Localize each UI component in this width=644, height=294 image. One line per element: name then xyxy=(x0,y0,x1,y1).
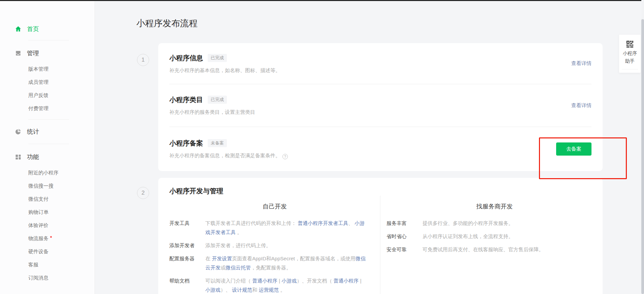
status-badge-completed: 已完成 xyxy=(208,54,227,62)
inline-link[interactable]: 设计规范 xyxy=(232,287,252,293)
sidebar-item-label: 版本管理 xyxy=(28,66,48,72)
inline-link[interactable]: 微信云托管 xyxy=(226,265,251,270)
sidebar-group-label: 管理 xyxy=(27,49,39,57)
text-segment: 从小程序认证到发布上线，全流程支持。 xyxy=(422,233,513,239)
scrollbar-track[interactable] xyxy=(641,0,644,294)
divider xyxy=(28,119,69,120)
release-process-card: 小程序信息已完成 补充小程序的基本信息，如名称、图标、描述等。 查看详情 小程序… xyxy=(158,43,603,171)
view-details-link[interactable]: 查看详情 xyxy=(571,60,591,67)
sidebar-item-hardware-devices[interactable]: 硬件设备 xyxy=(0,245,95,258)
sidebar-item-label: 硬件设备 xyxy=(28,249,48,255)
row-miniprogram-icp-filing: 小程序备案未备案 补充小程序的备案信息，检测是否满足备案条件。? 去备案 xyxy=(169,127,591,171)
sidebar-item-trial-review[interactable]: 体验评价 xyxy=(0,219,95,232)
row-title: 小程序类目 xyxy=(169,96,203,103)
sidebar-item-wechat-search[interactable]: 微信搜一搜 xyxy=(0,179,95,193)
row-title: 小程序备案 xyxy=(169,139,203,147)
text-segment: 添加开发者，进行代码上传。 xyxy=(205,242,271,248)
text-segment: 或 xyxy=(221,265,226,270)
row-content: 添加开发者，进行代码上传。 xyxy=(205,241,380,250)
text-segment: 在 xyxy=(205,256,212,261)
sidebar-item-user-feedback[interactable]: 用户反馈 xyxy=(0,89,95,102)
inline-link[interactable]: 普通小程序 xyxy=(252,278,277,284)
page-title: 小程序发布流程 xyxy=(136,18,198,29)
miniprogram-assistant-widget[interactable]: 小程序 助手 xyxy=(619,35,641,73)
dev-card-title: 小程序开发与管理 xyxy=(169,187,603,196)
inline-link[interactable]: 普通小程序 xyxy=(334,278,359,284)
sidebar-item-nearby-miniprograms[interactable]: 附近的小程序 xyxy=(0,166,95,179)
row-content: 在 开发设置页面查看AppID和AppSecret，配置服务器域名，或使用微信云… xyxy=(205,254,380,272)
sidebar-group-features[interactable]: 功能 xyxy=(0,150,95,164)
development-management-card: 小程序开发与管理 自己开发 开发工具 下载开发者工具进行代码的开发和上传： 普通… xyxy=(158,178,603,294)
row-content: 可以阅读入门介绍（ 普通小程序 | 小游戏）、开发文档（ 普通小程序 | 小游戏… xyxy=(205,276,380,294)
row-label: 安全可靠 xyxy=(386,245,417,254)
sidebar-item-wechat-pay[interactable]: 微信支付 xyxy=(0,193,95,206)
text-segment: ）、开发文档（ xyxy=(297,278,333,284)
sidebar-item-label: 微信搜一搜 xyxy=(28,183,54,189)
inline-link[interactable]: 运营规范 xyxy=(259,287,279,293)
inline-link[interactable]: 小游戏 xyxy=(205,287,221,293)
dev-row-add-developer: 添加开发者 添加开发者，进行代码上传。 xyxy=(169,241,380,250)
vendor-development-column: 找服务商开发 服务丰富 提供多行业、多功能的小程序开发服务。 省时省心 从小程序… xyxy=(380,196,603,294)
row-miniprogram-info: 小程序信息已完成 补充小程序的基本信息，如名称、图标、描述等。 查看详情 xyxy=(169,43,591,84)
column-header: 找服务商开发 xyxy=(386,202,603,210)
scrollbar-thumb[interactable] xyxy=(641,19,644,294)
text-segment: 可以阅读入门介绍（ xyxy=(205,278,252,284)
view-details-link[interactable]: 查看详情 xyxy=(571,102,591,109)
sidebar-item-label: 购物订单 xyxy=(28,209,48,216)
text-segment: 下载开发者工具进行代码的开发和上传： xyxy=(205,220,298,226)
sidebar-group-statistics[interactable]: 统计 xyxy=(0,125,95,138)
go-to-filing-button[interactable]: 去备案 xyxy=(556,142,591,156)
row-content: 可免费试用后再支付、在线客服响应、官方售后保障。 xyxy=(422,245,603,254)
inline-link[interactable]: 开发设置 xyxy=(212,256,232,261)
sidebar-item-customer-service[interactable]: 客服 xyxy=(0,258,95,271)
assistant-label-line1: 小程序 xyxy=(619,50,641,57)
row-content: 下载开发者工具进行代码的开发和上传： 普通小程序开发者工具、 小游戏开发者工具 … xyxy=(205,219,380,237)
text-segment: ，免配置服务器。 xyxy=(251,265,291,270)
sidebar-item-shopping-orders[interactable]: 购物订单 xyxy=(0,206,95,219)
sidebar-item-version-management[interactable]: 版本管理 xyxy=(0,63,95,76)
sidebar-item-home[interactable]: 首页 xyxy=(0,22,95,36)
sidebar-item-subscription-messages[interactable]: 订阅消息 xyxy=(0,271,95,285)
row-label: 开发工具 xyxy=(169,219,200,237)
text-segment: | xyxy=(277,278,281,284)
column-header: 自己开发 xyxy=(169,202,380,210)
inbox-icon xyxy=(15,50,22,57)
text-segment: 提供多行业、多功能的小程序开发服务。 xyxy=(422,220,513,226)
sidebar-item-label: 体验评价 xyxy=(28,222,48,229)
sidebar-group-label: 统计 xyxy=(27,128,39,136)
step-number-1: 1 xyxy=(137,54,149,66)
sidebar-item-label: 订阅消息 xyxy=(28,275,48,281)
inline-link[interactable]: 普通小程序开发者工具 xyxy=(298,220,348,226)
status-badge-completed: 已完成 xyxy=(208,96,227,104)
step-number-2: 2 xyxy=(137,187,149,199)
row-description: 补充小程序的基本信息，如名称、图标、描述等。 xyxy=(169,67,280,74)
divider xyxy=(28,40,69,40)
sidebar-item-member-management[interactable]: 成员管理 xyxy=(0,76,95,89)
row-label: 服务丰富 xyxy=(386,219,417,228)
pie-chart-icon xyxy=(15,128,22,135)
row-label: 帮助文档 xyxy=(169,276,200,294)
sidebar-group-manage[interactable]: 管理 xyxy=(0,46,95,60)
vendor-row-time-saving: 省时省心 从小程序认证到发布上线，全流程支持。 xyxy=(386,232,603,241)
sidebar-item-logistics-service[interactable]: 物流服务 xyxy=(0,232,95,245)
sidebar-item-label: 首页 xyxy=(27,25,39,33)
divider xyxy=(28,144,69,144)
inline-link[interactable]: 小游戏 xyxy=(281,278,297,284)
row-description: 补充小程序的服务类目，设置主营类目 xyxy=(169,109,255,116)
sidebar-item-label: 微信支付 xyxy=(28,196,48,202)
row-label: 添加开发者 xyxy=(169,241,200,250)
qr-code-icon xyxy=(626,40,634,48)
assistant-label-line2: 助手 xyxy=(619,57,641,65)
sidebar-item-label: 客服 xyxy=(28,262,38,268)
sidebar: 首页 管理 版本管理 成员管理 用户反馈 付费管理 统计 功能 附近的小程序 微… xyxy=(0,1,95,294)
status-badge-not-filed: 未备案 xyxy=(208,139,227,147)
text-segment: 页面查看AppID和AppSecret，配置服务器域名，或使用 xyxy=(232,256,355,261)
help-icon[interactable]: ? xyxy=(282,154,288,159)
vendor-row-rich-services: 服务丰富 提供多行业、多功能的小程序开发服务。 xyxy=(386,219,603,228)
text-segment: 可免费试用后再支付、在线客服响应、官方售后保障。 xyxy=(422,247,544,252)
row-content: 提供多行业、多功能的小程序开发服务。 xyxy=(422,219,603,228)
row-label: 省时省心 xyxy=(386,232,417,241)
text-segment: 、 xyxy=(348,220,354,226)
sidebar-item-payment-management[interactable]: 付费管理 xyxy=(0,102,95,115)
sidebar-item-label: 成员管理 xyxy=(28,79,48,86)
